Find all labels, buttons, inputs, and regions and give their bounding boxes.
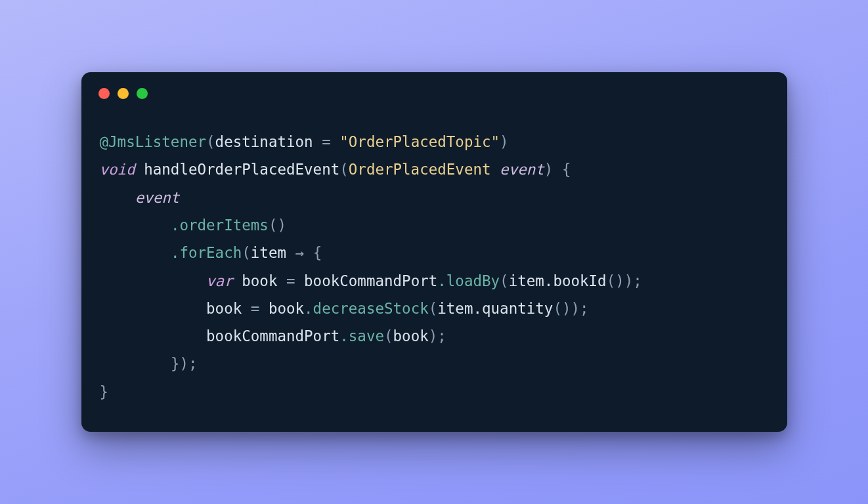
- expr-book: book: [269, 300, 304, 317]
- keyword-var: var: [206, 272, 233, 289]
- brace-close: }: [171, 355, 180, 372]
- window-titlebar: [81, 72, 787, 102]
- arrow-icon: →: [286, 244, 313, 261]
- empty-parens: (): [553, 300, 571, 317]
- paren-open: (: [206, 133, 215, 150]
- arg-book: book: [393, 327, 429, 345]
- obj-bookCommandPort: bookCommandPort: [304, 272, 437, 289]
- call-decreaseStock: .decreaseStock: [304, 300, 429, 317]
- brace-open: {: [562, 161, 571, 178]
- annotation: @JmsListener: [100, 133, 207, 150]
- code-block: @JmsListener(destination = "OrderPlacedT…: [81, 102, 787, 432]
- equals: =: [313, 133, 340, 150]
- paren-open: (: [339, 161, 349, 178]
- traffic-light-minimize-icon[interactable]: [118, 88, 129, 99]
- expr-item-bookId: item.bookId: [509, 272, 607, 289]
- paren-open: (: [384, 327, 393, 345]
- brace-close: }: [100, 383, 109, 400]
- paren-open: (: [500, 272, 509, 289]
- call-loadBy: .loadBy: [437, 272, 500, 289]
- semicolon: ;: [580, 300, 589, 317]
- destination-key: destination: [215, 133, 313, 150]
- semicolon: ;: [437, 327, 446, 345]
- traffic-light-close-icon[interactable]: [98, 88, 110, 99]
- var-book: book: [206, 300, 242, 317]
- code-window: @JmsListener(destination = "OrderPlacedT…: [81, 72, 787, 432]
- empty-parens: (): [269, 217, 286, 234]
- param-type: OrderPlacedEvent: [349, 161, 491, 178]
- paren-open: (: [429, 300, 438, 317]
- lambda-param-item: item: [251, 244, 286, 261]
- call-save: .save: [339, 327, 384, 345]
- equals: =: [251, 300, 260, 317]
- brace-open: {: [313, 244, 322, 261]
- var-book: book: [242, 272, 277, 289]
- empty-parens: (): [607, 272, 624, 289]
- method-name: handleOrderPlacedEvent: [144, 161, 339, 178]
- close-paren-semi: );: [179, 355, 197, 372]
- param-name: event: [500, 161, 544, 178]
- obj-bookCommandPort: bookCommandPort: [206, 327, 339, 345]
- destination-value: "OrderPlacedTopic": [339, 133, 500, 150]
- paren-close: ): [544, 161, 553, 178]
- paren-close: ): [571, 300, 580, 317]
- paren-close: ): [500, 133, 509, 150]
- semicolon: ;: [633, 272, 642, 289]
- traffic-light-zoom-icon[interactable]: [137, 88, 148, 99]
- keyword-void: void: [100, 161, 135, 178]
- paren-open: (: [242, 244, 251, 261]
- paren-close: ): [624, 272, 634, 289]
- expr-item-quantity: item.quantity: [437, 300, 553, 317]
- paren-close: ): [429, 327, 438, 345]
- call-orderItems: .orderItems: [171, 217, 269, 234]
- event-ref: event: [135, 189, 180, 206]
- equals: =: [286, 272, 295, 289]
- call-forEach: .forEach: [171, 244, 242, 261]
